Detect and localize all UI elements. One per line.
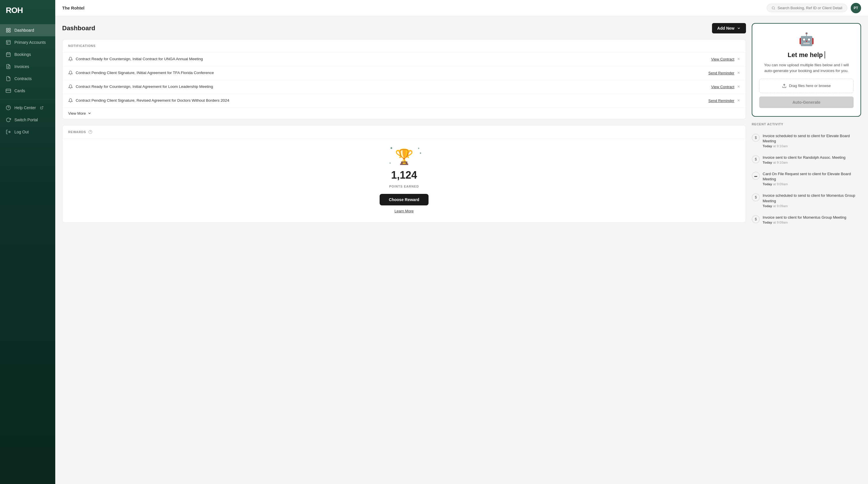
notification-right-3: Send Reminder ×	[708, 98, 740, 103]
ai-robot-icon: 🤖	[799, 32, 814, 47]
svg-rect-6	[6, 89, 11, 92]
page-header: Dashboard Add New	[62, 23, 746, 33]
sidebar-item-bookings[interactable]: Bookings	[0, 49, 55, 60]
sidebar-nav: Dashboard Primary Accounts Bookings Invo…	[0, 22, 55, 484]
sidebar-label-switch-portal: Switch Portal	[14, 117, 38, 122]
main-content: The Rohtel PT Dashboard Add New	[55, 0, 868, 484]
sidebar-label-help-center: Help Center	[14, 106, 36, 110]
invoice-icon-3: $	[752, 193, 760, 201]
file-icon	[6, 76, 11, 81]
activity-header: RECENT ACTIVITY	[752, 122, 861, 126]
sidebar-item-dashboard[interactable]: Dashboard	[0, 24, 55, 36]
close-notification-2[interactable]: ×	[737, 84, 740, 89]
close-notification-3[interactable]: ×	[737, 98, 740, 103]
bell-icon	[68, 98, 73, 103]
activity-time-3: Today at 9:09am	[763, 204, 861, 208]
svg-line-8	[41, 107, 43, 108]
ai-title: Let me help	[788, 51, 825, 59]
add-new-button[interactable]: Add New	[712, 23, 746, 33]
sidebar-label-primary-accounts: Primary Accounts	[14, 40, 46, 45]
activity-desc-2: Card On File Request sent to client for …	[763, 171, 861, 182]
sparkle-2: ✦	[417, 147, 420, 150]
notification-text-2: Contract Ready for Countersign, Initial …	[76, 84, 213, 90]
view-more-row[interactable]: View More	[62, 108, 746, 119]
ai-assistant-card: 🤖 Let me help You can now upload multipl…	[752, 23, 861, 117]
upload-label: Drag files here or browse	[789, 84, 831, 88]
svg-point-9	[772, 7, 775, 9]
help-circle-icon	[6, 105, 11, 110]
svg-rect-4	[6, 40, 10, 45]
close-notification-1[interactable]: ×	[737, 70, 740, 75]
sidebar-item-help-center[interactable]: Help Center	[0, 102, 55, 114]
sidebar-item-log-out[interactable]: Log Out	[0, 126, 55, 138]
svg-rect-5	[6, 53, 10, 57]
svg-rect-2	[6, 31, 8, 32]
avatar[interactable]: PT	[851, 3, 861, 13]
notification-text-3: Contract Pending Client Signature, Revis…	[76, 98, 229, 104]
sidebar-item-primary-accounts[interactable]: Primary Accounts	[0, 36, 55, 49]
sidebar-label-log-out: Log Out	[14, 130, 29, 134]
search-icon	[772, 6, 775, 10]
points-label: POINTS EARNED	[389, 185, 419, 188]
upload-area[interactable]: Drag files here or browse	[759, 79, 854, 93]
search-box[interactable]	[767, 4, 847, 12]
trophy-icon: 🏆	[395, 148, 413, 165]
sidebar-item-invoices[interactable]: Invoices	[0, 60, 55, 73]
activity-text-3: Invoice scheduled to send to client for …	[763, 193, 861, 207]
view-more-label: View More	[68, 111, 86, 116]
activity-item-2: ▬ Card On File Request sent to client fo…	[752, 168, 861, 190]
activity-text-1: Invoice sent to client for Randolph Asso…	[763, 155, 861, 164]
search-input[interactable]	[778, 6, 842, 10]
sidebar-label-cards: Cards	[14, 88, 25, 93]
notification-item: Contract Pending Client Signature, Revis…	[62, 94, 746, 108]
header-right: PT	[767, 3, 861, 13]
activity-text-2: Card On File Request sent to client for …	[763, 171, 861, 186]
bell-icon	[68, 57, 73, 61]
view-contract-link-2[interactable]: View Contract	[711, 85, 735, 89]
activity-item-3: $ Invoice scheduled to send to client fo…	[752, 190, 861, 211]
activity-desc-0: Invoice scheduled to send to client for …	[763, 133, 861, 144]
logo: ROH	[6, 6, 50, 15]
view-contract-link-0[interactable]: View Contract	[711, 57, 735, 61]
sidebar-item-cards[interactable]: Cards	[0, 85, 55, 97]
auto-generate-button[interactable]: Auto-Generate	[759, 96, 854, 108]
building-icon	[6, 40, 11, 45]
activity-desc-3: Invoice scheduled to send to client for …	[763, 193, 861, 203]
send-reminder-link-1[interactable]: Send Reminder	[708, 71, 734, 75]
invoice-icon-0: $	[752, 134, 760, 142]
notification-text-1: Contract Pending Client Signature, INiti…	[76, 70, 214, 76]
sidebar-item-switch-portal[interactable]: Switch Portal	[0, 114, 55, 126]
sparkle-3: ✦	[389, 162, 391, 165]
bell-icon	[68, 84, 73, 89]
sparkle-1: ✦	[390, 146, 393, 150]
chevron-down-icon	[88, 111, 92, 115]
activity-time-1: Today at 9:10am	[763, 161, 861, 164]
activity-desc-1: Invoice sent to client for Randolph Asso…	[763, 155, 861, 160]
file-text-icon	[6, 64, 11, 69]
calendar-icon	[6, 52, 11, 57]
choose-reward-button[interactable]: Choose Reward	[380, 194, 429, 205]
notification-left: Contract Pending Client Signature, Revis…	[68, 98, 704, 104]
close-notification-0[interactable]: ×	[737, 57, 740, 61]
notification-right-2: View Contract ×	[711, 84, 740, 89]
venue-title: The Rohtel	[62, 5, 85, 10]
notification-left: Contract Ready for Countersign, Initial …	[68, 56, 707, 62]
card-icon-2: ▬	[752, 172, 760, 180]
notification-item: Contract Pending Client Signature, INiti…	[62, 66, 746, 80]
activity-time-0: Today at 9:10am	[763, 144, 861, 148]
svg-rect-1	[9, 28, 10, 30]
notifications-header: NOTIFICATIONS	[62, 39, 746, 52]
svg-rect-3	[9, 31, 10, 32]
page-title: Dashboard	[62, 25, 95, 32]
send-reminder-link-3[interactable]: Send Reminder	[708, 98, 734, 103]
activity-item-4: $ Invoice sent to client for Momentus Gr…	[752, 211, 861, 228]
sidebar-label-invoices: Invoices	[14, 64, 29, 69]
chevron-down-icon	[737, 26, 741, 30]
add-new-label: Add New	[717, 26, 735, 31]
external-link-icon	[40, 106, 43, 110]
learn-more-link[interactable]: Learn More	[395, 209, 413, 213]
svg-rect-0	[6, 28, 8, 30]
rewards-card: REWARDS ✦ ✦ ✦ ✦ 🏆 1,124 POINTS EARNED	[62, 125, 746, 223]
sidebar-item-contracts[interactable]: Contracts	[0, 73, 55, 85]
credit-card-icon	[6, 88, 11, 93]
